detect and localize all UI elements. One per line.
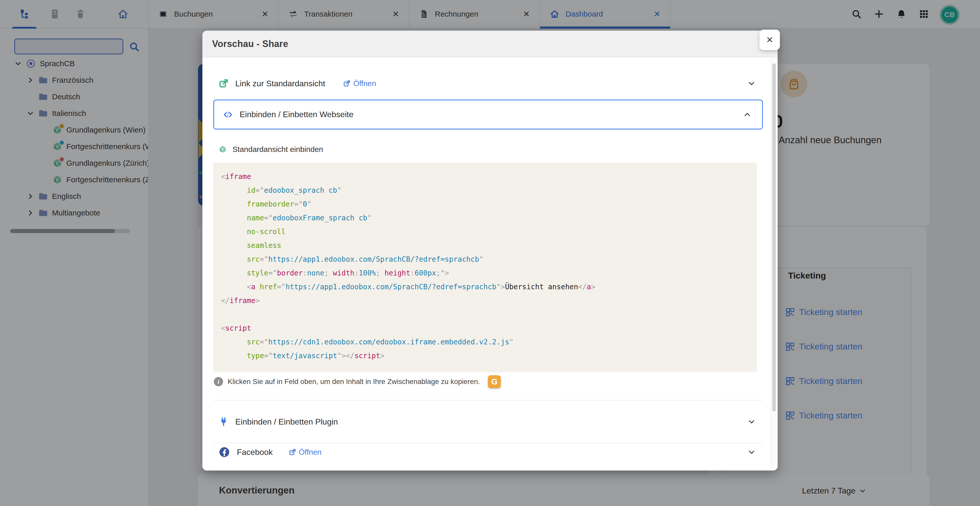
share-preview-modal: Vorschau - Share ✕ Link zur Standardansi…	[202, 31, 778, 471]
accordion-einbinden-webseite[interactable]: Einbinden / Einbetten Webseite	[213, 100, 763, 129]
external-link-icon	[289, 448, 296, 456]
embed-subheading-label: Standardansicht einbinden	[232, 145, 323, 154]
chevron-down-icon[interactable]	[748, 418, 756, 426]
close-button[interactable]: ✕	[759, 30, 780, 50]
cube-icon	[218, 145, 228, 154]
open-link-label: Öffnen	[299, 448, 322, 457]
grammarly-badge[interactable]: G	[488, 375, 501, 388]
info-icon: i	[214, 377, 223, 386]
accordion-label: Einbinden / Einbetten Plugin	[235, 417, 338, 426]
external-link-icon	[218, 78, 229, 89]
copy-hint: i Klicken Sie auf in Feld oben, um den I…	[214, 376, 501, 388]
plug-icon	[218, 417, 229, 427]
accordion-label: Link zur Standardansicht	[235, 79, 325, 88]
code-icon	[223, 110, 233, 120]
accordion-facebook[interactable]: Facebook Öffnen	[218, 444, 763, 461]
facebook-icon	[218, 446, 230, 458]
open-link[interactable]: Öffnen	[343, 79, 376, 88]
scrollbar-thumb[interactable]	[772, 63, 776, 412]
accordion-label: Einbinden / Einbetten Webseite	[240, 110, 353, 119]
embed-subheading: Standardansicht einbinden	[218, 142, 323, 157]
chevron-down-icon[interactable]	[748, 80, 756, 88]
open-link[interactable]: Öffnen	[289, 448, 322, 457]
accordion-einbinden-plugin[interactable]: Einbinden / Einbetten Plugin	[218, 401, 763, 443]
modal-title: Vorschau - Share	[202, 31, 778, 57]
modal-header: Vorschau - Share	[202, 31, 778, 57]
edoobox-app: 0 Anzahl neue Buchungen Ticketing Ticket…	[0, 0, 980, 506]
copy-hint-text: Klicken Sie auf in Feld oben, um den Inh…	[228, 377, 480, 386]
accordion-link-standardansicht[interactable]: Link zur Standardansicht Öffnen	[218, 68, 763, 99]
accordion-label: Facebook	[237, 447, 273, 457]
external-link-icon	[343, 80, 351, 87]
embed-code-block[interactable]: <iframe id="edoobox_sprach cb" framebord…	[213, 162, 757, 372]
chevron-down-icon[interactable]	[748, 448, 756, 456]
modal-scrollbar[interactable]	[771, 58, 777, 470]
modal-body: Link zur Standardansicht Öffnen Einbinde…	[202, 57, 778, 471]
chevron-up-icon[interactable]	[743, 111, 751, 119]
open-link-label: Öffnen	[353, 79, 376, 88]
